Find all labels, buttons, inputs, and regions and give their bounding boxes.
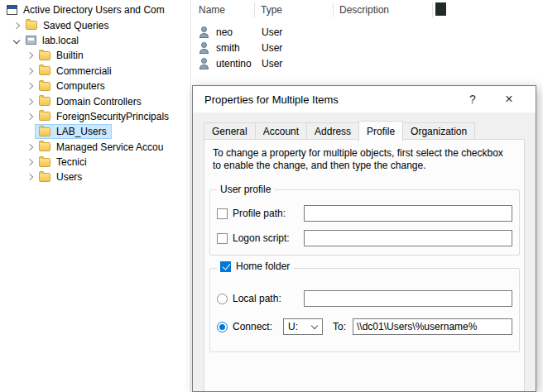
column-header-label: Name <box>199 4 225 16</box>
user-icon <box>199 26 209 38</box>
instructions-text: To change a property for multiple object… <box>213 147 511 172</box>
tab-organization[interactable]: Organization <box>402 122 475 140</box>
tree-item-tecnici[interactable]: Tecnici <box>0 155 190 170</box>
user-name: neo <box>216 26 262 38</box>
folder-icon <box>26 21 37 30</box>
tab-strip: General Account Address Profile Organiza… <box>204 122 475 141</box>
folder-icon <box>39 173 50 182</box>
logon-script-input[interactable] <box>304 230 512 246</box>
dialog-title: Properties for Multiple Items <box>193 93 339 106</box>
help-button[interactable]: ? <box>454 86 491 112</box>
chevron-right-icon[interactable] <box>10 19 22 31</box>
user-profile-group: User profile Profile path: Logon script: <box>209 189 520 256</box>
tab-general[interactable]: General <box>204 122 256 140</box>
connect-label: Connect: <box>233 321 283 332</box>
logon-script-row: Logon script: <box>217 230 512 246</box>
drive-letter-value: U: <box>284 321 312 332</box>
dialog-titlebar[interactable]: Properties for Multiple Items ? × <box>193 86 536 112</box>
tree-item-commerciali[interactable]: Commerciali <box>0 64 190 79</box>
connect-radio[interactable] <box>217 322 228 332</box>
header-corner-icon <box>435 2 446 16</box>
column-header-type[interactable]: Type <box>261 0 282 20</box>
chevron-right-icon[interactable] <box>23 156 36 169</box>
user-type: User <box>262 58 282 69</box>
user-icon <box>199 42 209 54</box>
chevron-right-icon[interactable] <box>23 95 36 108</box>
chevron-right-icon[interactable] <box>23 80 36 93</box>
tree-item-lab-local[interactable]: lab.local <box>0 33 190 48</box>
tree-item-label: LAB_Users <box>54 126 109 137</box>
column-divider[interactable] <box>254 2 255 17</box>
tree-item-root[interactable]: Active Directory Users and Com <box>0 2 190 17</box>
local-path-input[interactable] <box>304 290 512 307</box>
chevron-right-icon[interactable] <box>23 65 36 77</box>
tree-item-managed-service-accounts[interactable]: Managed Service Accou <box>0 140 190 155</box>
tab-profile[interactable]: Profile <box>358 121 403 141</box>
tab-account[interactable]: Account <box>255 122 307 140</box>
profile-path-input[interactable] <box>304 205 512 222</box>
user-name: smith <box>216 42 262 54</box>
tree-item-label: Saved Queries <box>41 20 111 31</box>
profile-path-label: Profile path: <box>233 208 304 219</box>
column-header-description[interactable]: Description <box>339 0 389 20</box>
column-divider[interactable] <box>333 2 334 17</box>
folder-icon <box>39 142 50 151</box>
folder-icon <box>39 158 50 167</box>
home-folder-checkbox[interactable] <box>220 261 231 272</box>
folder-icon <box>39 112 50 121</box>
tree-item-users[interactable]: Users <box>0 170 190 184</box>
list-row-utentino[interactable]: utentino User <box>191 55 543 71</box>
tree-item-label: Builtin <box>54 50 86 61</box>
properties-dialog: Properties for Multiple Items ? × Genera… <box>192 85 536 392</box>
user-type: User <box>262 42 282 54</box>
local-path-row: Local path: <box>217 290 512 307</box>
tree-item-builtin[interactable]: Builtin <box>0 48 190 63</box>
tab-address[interactable]: Address <box>306 122 359 140</box>
domain-icon <box>26 36 36 45</box>
tree-item-label: Managed Service Accou <box>54 141 166 153</box>
column-header-label: Type <box>261 4 282 16</box>
home-folder-header: Home folder <box>217 261 293 272</box>
chevron-right-icon[interactable] <box>23 50 36 62</box>
list-row-smith[interactable]: smith User <box>191 40 543 55</box>
drive-letter-dropdown[interactable]: U: <box>283 318 323 335</box>
tree-item-label: Commerciali <box>54 65 114 77</box>
chevron-right-icon[interactable] <box>23 141 36 153</box>
console-root-icon <box>7 5 17 15</box>
chevron-right-icon[interactable] <box>23 110 36 122</box>
tree-item-foreign-security-principals[interactable]: ForeignSecurityPrincipals <box>0 109 190 124</box>
folder-icon <box>39 97 50 106</box>
close-button[interactable]: × <box>491 86 527 112</box>
logon-script-label: Logon script: <box>233 232 304 244</box>
profile-tab-page: To change a property for multiple object… <box>204 139 525 391</box>
folder-icon <box>39 66 50 75</box>
tree-item-label: Computers <box>54 80 108 92</box>
local-path-radio[interactable] <box>217 294 228 304</box>
tree-item-label: Tecnici <box>54 156 89 168</box>
column-divider[interactable] <box>432 2 433 17</box>
chevron-right-icon[interactable] <box>23 171 36 184</box>
chevron-down-icon[interactable] <box>10 34 22 46</box>
column-header-label: Description <box>339 4 389 16</box>
logon-script-checkbox[interactable] <box>217 233 228 244</box>
object-list-pane: Name Type Description neo User smith Use… <box>191 0 543 85</box>
user-icon <box>199 58 209 69</box>
tree-item-label: lab.local <box>40 35 81 46</box>
tree-item-label: Domain Controllers <box>54 96 144 108</box>
aduc-window: Active Directory Users and Com Saved Que… <box>0 0 543 392</box>
home-folder-group: Home folder Local path: Connect: U: To: <box>209 268 520 352</box>
tree-item-lab-users[interactable]: LAB_Users <box>0 124 190 139</box>
folder-icon <box>39 127 50 136</box>
tree-item-saved-queries[interactable]: Saved Queries <box>0 17 190 32</box>
profile-path-checkbox[interactable] <box>217 208 228 219</box>
chevron-down-icon <box>311 322 318 328</box>
tree-item-domain-controllers[interactable]: Domain Controllers <box>0 93 190 108</box>
user-name: utentino <box>216 58 262 69</box>
column-header-name[interactable]: Name <box>199 0 225 20</box>
chevron-spacer <box>23 126 36 138</box>
list-row-neo[interactable]: neo User <box>191 24 543 40</box>
console-tree-pane: Active Directory Users and Com Saved Que… <box>0 0 190 392</box>
home-folder-path-input[interactable] <box>353 318 512 335</box>
folder-icon <box>39 51 50 60</box>
tree-item-computers[interactable]: Computers <box>0 79 190 93</box>
